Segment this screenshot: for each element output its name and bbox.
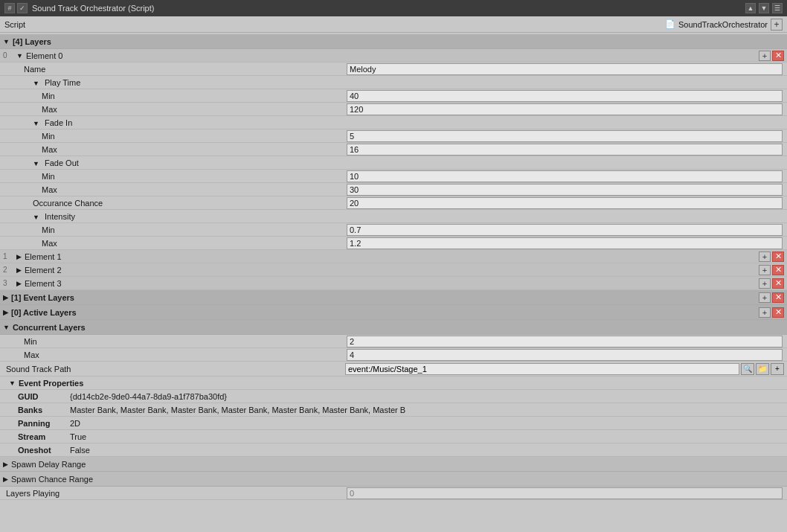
fade-out-max-row: Max: [0, 183, 787, 196]
layers-playing-input[interactable]: [347, 487, 783, 499]
stream-label: Stream: [3, 430, 70, 443]
sound-track-search-button[interactable]: 🔍: [741, 363, 754, 375]
intensity-min-label: Min: [3, 225, 345, 234]
name-value-wrap: [345, 63, 784, 75]
element-2-add-button[interactable]: +: [759, 265, 771, 275]
window-title: Sound Track Orchestrator (Script): [32, 4, 154, 13]
play-time-max-input[interactable]: [347, 103, 783, 115]
element-1-remove-button[interactable]: ✕: [772, 251, 784, 262]
spawn-delay-range-section: ▶ Spawn Delay Range: [0, 457, 787, 472]
layers-playing-row: Layers Playing: [0, 487, 787, 500]
element-3-remove-button[interactable]: ✕: [772, 278, 784, 289]
layers-header-label: [4] Layers: [13, 37, 51, 46]
oneshot-label: Oneshot: [3, 443, 70, 457]
concurrent-max-input[interactable]: [347, 349, 783, 361]
fade-out-max-input[interactable]: [347, 184, 783, 196]
event-properties-label: Event Properties: [19, 379, 83, 388]
play-time-min-row: Min: [0, 89, 787, 103]
sound-track-path-label: Sound Track Path: [3, 365, 345, 374]
intensity-min-input[interactable]: [347, 224, 783, 236]
content-area: ▼ [4] Layers 0 ▼ Element 0 + ✕ Name ▼ Pl…: [0, 33, 787, 501]
active-layers-expand-icon[interactable]: ▶: [3, 309, 8, 316]
oneshot-value: False: [70, 443, 784, 457]
top-add-button[interactable]: +: [771, 19, 783, 31]
oneshot-row: Oneshot False: [0, 443, 787, 457]
panning-row: Panning 2D: [0, 417, 787, 430]
element-0-remove-button[interactable]: ✕: [772, 51, 784, 61]
active-layers-add-button[interactable]: +: [759, 307, 771, 318]
play-time-label: ▼ Play Time: [3, 78, 345, 87]
element-1-add-button[interactable]: +: [759, 251, 771, 262]
script-file-name[interactable]: SoundTrackOrchestrator: [678, 20, 768, 29]
element-1-expand-icon[interactable]: ▶: [16, 253, 22, 260]
concurrent-min-input[interactable]: [347, 336, 783, 347]
element-2-remove-button[interactable]: ✕: [772, 265, 784, 275]
banks-row: Banks Master Bank, Master Bank, Master B…: [0, 403, 787, 417]
concurrent-max-row: Max: [0, 348, 787, 362]
play-time-min-label: Min: [3, 92, 345, 100]
element-3-expand-icon[interactable]: ▶: [16, 280, 22, 287]
element-1-row: 1 ▶ Element 1 + ✕: [0, 250, 787, 263]
script-path: 📄 SoundTrackOrchestrator +: [665, 19, 783, 31]
active-layers-remove-button[interactable]: ✕: [772, 307, 784, 318]
element-2-row: 2 ▶ Element 2 + ✕: [0, 263, 787, 277]
fade-out-label: ▼ Fade Out: [3, 158, 345, 167]
move-up-icon[interactable]: ▲: [745, 3, 756, 13]
concurrent-layers-expand-icon[interactable]: ▼: [3, 324, 10, 331]
concurrent-layers-header: ▼ Concurrent Layers: [0, 320, 787, 335]
occurance-chance-input[interactable]: [347, 197, 783, 209]
play-time-row: ▼ Play Time: [0, 76, 787, 89]
element-3-add-button[interactable]: +: [759, 278, 771, 289]
fade-in-max-input[interactable]: [347, 144, 783, 156]
active-layers-header: ▶ [0] Active Layers + ✕: [0, 305, 787, 320]
concurrent-min-label: Min: [3, 337, 345, 346]
intensity-max-input[interactable]: [347, 237, 783, 249]
event-layers-remove-button[interactable]: ✕: [772, 292, 784, 303]
fade-in-min-label: Min: [3, 132, 345, 141]
intensity-max-label: Max: [3, 239, 345, 248]
element-0-add-button[interactable]: +: [759, 51, 771, 61]
inspector: ▼ [4] Layers 0 ▼ Element 0 + ✕ Name ▼ Pl…: [0, 33, 787, 501]
hash-icon: #: [4, 3, 15, 13]
fade-out-row: ▼ Fade Out: [0, 156, 787, 170]
panning-value: 2D: [70, 417, 784, 430]
intensity-row: ▼ Intensity: [0, 210, 787, 223]
check-icon: ✓: [17, 3, 28, 13]
fade-out-min-input[interactable]: [347, 170, 783, 182]
fade-out-max-label: Max: [3, 185, 345, 194]
element-1-actions: + ✕: [759, 251, 784, 262]
spawn-chance-expand-icon[interactable]: ▶: [3, 475, 8, 483]
sound-track-folder-button[interactable]: 📁: [756, 363, 769, 375]
title-bar: # ✓ Sound Track Orchestrator (Script) ▲ …: [0, 0, 787, 16]
fade-in-min-input[interactable]: [347, 130, 783, 142]
element-2-expand-icon[interactable]: ▶: [16, 266, 22, 274]
event-layers-add-button[interactable]: +: [759, 292, 771, 303]
fade-in-max-row: Max: [0, 143, 787, 156]
element-0-expand-icon[interactable]: ▼: [16, 52, 23, 60]
sound-track-path-input[interactable]: [345, 363, 739, 375]
guid-row: GUID {dd14cb2e-9de0-44a7-8da9-a1f787ba30…: [0, 390, 787, 403]
element-0-label: Element 0: [26, 51, 759, 60]
banks-label: Banks: [3, 403, 70, 417]
name-input[interactable]: [347, 63, 783, 75]
layers-playing-label: Layers Playing: [3, 489, 345, 498]
spawn-delay-expand-icon[interactable]: ▶: [3, 461, 8, 468]
options-icon[interactable]: ☰: [772, 3, 783, 13]
occurance-chance-label: Occurance Chance: [3, 199, 345, 208]
title-bar-icons: # ✓: [4, 3, 28, 13]
event-layers-expand-icon[interactable]: ▶: [3, 294, 8, 301]
play-time-expand-icon[interactable]: ▼: [33, 80, 39, 87]
fade-in-row: ▼ Fade In: [0, 116, 787, 129]
move-down-icon[interactable]: ▼: [759, 3, 769, 13]
element-0-row: 0 ▼ Element 0 + ✕: [0, 49, 787, 63]
layers-collapse-icon[interactable]: ▼: [3, 38, 10, 45]
banks-value: Master Bank, Master Bank, Master Bank, M…: [70, 403, 784, 417]
play-time-min-input[interactable]: [347, 90, 783, 102]
event-props-expand-icon[interactable]: ▼: [9, 379, 16, 387]
fade-in-label: ▼ Fade In: [3, 118, 345, 127]
sound-track-add-button[interactable]: +: [771, 363, 784, 375]
element-1-index: 1: [3, 252, 13, 260]
stream-row: Stream True: [0, 430, 787, 443]
intensity-label: ▼ Intensity: [3, 212, 345, 221]
element-2-index: 2: [3, 266, 13, 274]
